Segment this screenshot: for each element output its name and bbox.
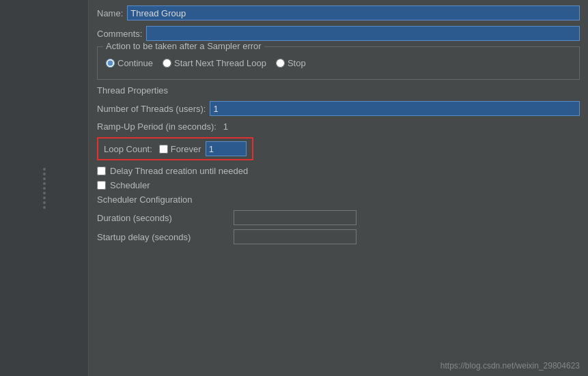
- delay-label: Delay Thread creation until needed: [110, 166, 248, 176]
- scheduler-label: Scheduler: [110, 180, 150, 190]
- dot: [43, 206, 46, 209]
- comments-label: Comments:: [97, 29, 142, 39]
- dot: [43, 173, 46, 175]
- scheduler-config-section: Scheduler Configuration Duration (second…: [97, 194, 580, 244]
- duration-row: Duration (seconds): [97, 210, 580, 225]
- scheduler-config-title: Scheduler Configuration: [97, 194, 580, 205]
- rampup-row: Ramp-Up Period (in seconds): 1: [97, 121, 580, 132]
- loop-count-input[interactable]: [206, 141, 247, 156]
- radio-stop-label: Stop: [288, 58, 306, 68]
- loop-count-label: Loop Count:: [104, 144, 152, 154]
- name-label: Name:: [97, 8, 123, 18]
- rampup-label: Ramp-Up Period (in seconds):: [97, 121, 216, 132]
- delay-checkbox-row[interactable]: Delay Thread creation until needed: [97, 166, 580, 176]
- startup-label: Startup delay (seconds): [97, 232, 234, 242]
- duration-input[interactable]: [234, 210, 356, 225]
- radio-start-next-input[interactable]: [163, 59, 171, 68]
- sampler-error-section: Action to be taken after a Sampler error…: [97, 46, 580, 80]
- scheduler-checkbox-row[interactable]: Scheduler: [97, 180, 580, 190]
- radio-stop[interactable]: Stop: [276, 58, 306, 68]
- form-container: Name: Comments: Action to be taken after…: [89, 0, 588, 376]
- sidebar: [0, 0, 89, 376]
- rampup-value: 1: [223, 121, 228, 132]
- threads-input[interactable]: [210, 101, 580, 116]
- comments-input[interactable]: [146, 26, 580, 41]
- startup-row: Startup delay (seconds): [97, 229, 580, 244]
- radio-continue[interactable]: Continue: [106, 58, 153, 68]
- url-bar: https://blog.csdn.net/weixin_29804623: [440, 361, 580, 371]
- forever-checkbox[interactable]: [159, 145, 168, 154]
- loop-count-row: Loop Count: Forever: [97, 137, 253, 160]
- threads-row: Number of Threads (users):: [97, 101, 580, 116]
- delay-checkbox[interactable]: [97, 167, 106, 175]
- dot: [43, 201, 46, 204]
- dot: [43, 187, 46, 190]
- radio-stop-input[interactable]: [276, 59, 285, 68]
- radio-start-next[interactable]: Start Next Thread Loop: [163, 58, 266, 68]
- dot: [43, 177, 46, 180]
- radio-start-next-label: Start Next Thread Loop: [174, 58, 266, 68]
- comments-row: Comments:: [97, 26, 580, 41]
- radio-continue-input[interactable]: [106, 59, 115, 68]
- duration-label: Duration (seconds): [97, 213, 234, 223]
- radio-continue-label: Continue: [117, 58, 153, 68]
- sampler-error-label: Action to be taken after a Sampler error: [103, 41, 264, 51]
- name-input[interactable]: [127, 5, 580, 20]
- dot: [43, 168, 46, 171]
- dot: [43, 192, 46, 194]
- name-row: Name:: [97, 5, 580, 20]
- radio-options-row: Continue Start Next Thread Loop Stop: [106, 53, 571, 74]
- scheduler-checkbox[interactable]: [97, 181, 106, 190]
- thread-properties-section: Thread Properties Number of Threads (use…: [97, 85, 580, 190]
- main-content: Name: Comments: Action to be taken after…: [89, 0, 588, 376]
- startup-input[interactable]: [234, 229, 356, 244]
- threads-label: Number of Threads (users):: [97, 104, 206, 114]
- sidebar-grip: [43, 168, 46, 209]
- dot: [43, 197, 46, 199]
- forever-label: Forever: [171, 144, 201, 154]
- thread-props-title: Thread Properties: [97, 85, 580, 96]
- dot: [43, 182, 46, 185]
